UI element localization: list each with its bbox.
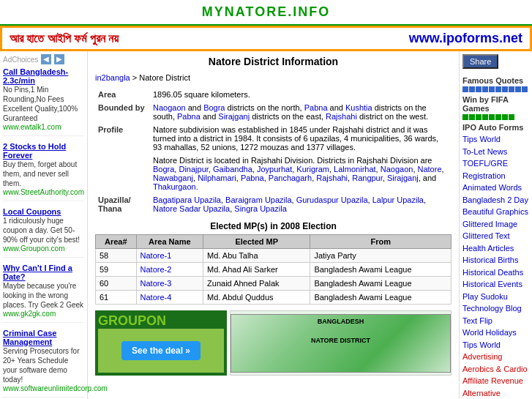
share-button[interactable]: Share: [462, 54, 498, 69]
election-row: 61 Natore-4 Md. Abdul Quddus Bangladesh …: [96, 291, 452, 305]
upazilla-4[interactable]: Lalpur Upazila: [372, 195, 424, 204]
sidebar-link-item[interactable]: World Holidays: [462, 327, 529, 339]
div-joypurhat[interactable]: Joypurhat: [257, 165, 292, 174]
div-natore[interactable]: Natore: [418, 165, 442, 174]
map-district-label: NATORE DISTRICT: [311, 337, 370, 344]
ad-3-url: www.Groupon.com: [3, 245, 84, 253]
div-naogaon[interactable]: Naogaon: [381, 165, 413, 174]
breadcrumb: in2bangla > Natore District: [95, 73, 452, 82]
election-row: 60 Natore-3 Zunaid Ahned Palak Banglades…: [96, 277, 452, 291]
info-table: Area 1896.05 square kilometers. Bounded …: [95, 88, 452, 215]
ad-4-url: www.gk2gk.com: [3, 310, 84, 318]
upazilla-6[interactable]: Singra Upazila: [234, 204, 287, 213]
deal-button[interactable]: See the deal »: [121, 341, 201, 360]
main-content: Natore District Information in2bangla > …: [88, 51, 459, 399]
div-nilphamari[interactable]: Nilphamari: [198, 174, 236, 182]
cell-area-name[interactable]: Natore-4: [136, 291, 203, 305]
sidebar-link-item[interactable]: Tips World: [462, 133, 529, 146]
bounded-naogaon[interactable]: Naogaon: [153, 103, 186, 112]
bottom-row: GROUPON See the deal » Natore Map BANGLA…: [95, 310, 452, 376]
breadcrumb-link[interactable]: in2bangla: [95, 73, 130, 82]
site-title-link[interactable]: MYNATORE.INFO: [202, 4, 330, 19]
cell-area-name[interactable]: Natore-3: [136, 277, 203, 291]
sidebar-link-item[interactable]: Historical Births: [462, 254, 529, 266]
cell-area-num: 60: [96, 277, 137, 291]
sidebar-link-item[interactable]: Tips World: [462, 339, 529, 351]
div-nawabganj[interactable]: Nawabganj: [153, 174, 193, 182]
div-rajshahi[interactable]: Rajshahi: [316, 174, 348, 182]
upazilla-row: Upazilla/ Thana Bagatipara Upazila, Bara…: [95, 193, 452, 215]
sidebar-link-item[interactable]: Historical Events: [462, 278, 529, 291]
win-fifa-blocks: [462, 114, 529, 120]
upazilla-5[interactable]: Natore Sadar Upazila: [153, 204, 230, 213]
col-from: From: [310, 235, 452, 249]
ad-4-title[interactable]: Why Can't I Find a Date?: [3, 264, 84, 281]
bounded-sirajganj[interactable]: Sirajganj: [218, 112, 250, 121]
ad-next-arrow[interactable]: ▶: [54, 54, 64, 64]
sidebar-link-item[interactable]: Health Articles: [462, 242, 529, 255]
upazilla-1[interactable]: Bagatipara Upazila: [153, 195, 221, 204]
cell-area-name[interactable]: Natore-1: [136, 249, 203, 263]
div-panchagarh[interactable]: Panchagarh: [269, 174, 312, 182]
ad-choices-label: AdChoices ◀ ▶: [3, 54, 84, 64]
groupon-logo: GROUPON: [98, 313, 224, 329]
sidebar-link-item[interactable]: To-Let News: [462, 146, 529, 158]
div-kurigram[interactable]: Kurigram: [296, 165, 329, 174]
sidebar-red-link-item[interactable]: Alternative Medicine: [462, 387, 529, 400]
bounded-rajshahi[interactable]: Rajshahi: [326, 112, 357, 121]
div-pabna[interactable]: Pabna: [241, 174, 264, 182]
div-lalmonirhat[interactable]: Lalmonirhat: [334, 165, 375, 174]
sidebar-link-item[interactable]: Bangladesh 2 Day: [462, 194, 529, 206]
bounded-pabna[interactable]: Pabna: [304, 103, 328, 112]
cell-mp: Md. Ahad Ali Sarker: [203, 263, 310, 277]
div-gaibandha[interactable]: Gaibandha: [213, 165, 252, 174]
ad-prev-arrow[interactable]: ◀: [41, 54, 51, 64]
div-rangpur[interactable]: Rangpur: [352, 174, 383, 182]
col-area-num: Area#: [96, 235, 137, 249]
sidebar-link-item[interactable]: Play Sudoku: [462, 291, 529, 303]
sidebar-link-item[interactable]: Technology Blog: [462, 302, 529, 315]
upazilla-3[interactable]: Gurudaspur Upazila: [296, 195, 368, 204]
banner-bangla-text: আর হাতে আইপি ফর্ম পুরন নয়: [10, 32, 119, 45]
sidebar-link-item[interactable]: Animated Words: [462, 182, 529, 194]
banner-url[interactable]: www.ipoforms.net: [409, 31, 522, 46]
sidebar-red-links: AdvertisingAerobics & CardioAffiliate Re…: [462, 351, 529, 399]
div-sirajganj[interactable]: Sirajganj: [387, 174, 419, 182]
ad-3-text: 1 ridiculously huge coupon a day. Get 50…: [3, 216, 84, 245]
ad-5-title[interactable]: Criminal Case Management: [3, 329, 84, 346]
div-bogra[interactable]: Bogra: [153, 165, 174, 174]
sidebar-link-item[interactable]: Glittered Text: [462, 230, 529, 242]
ad-1-url: www.ewtalk1.com: [3, 123, 84, 131]
col-area-name: Area Name: [136, 235, 203, 249]
div-dinajpur[interactable]: Dinajpur: [179, 165, 208, 174]
ad-block-4: Why Can't I Find a Date? Maybe because y…: [3, 264, 84, 323]
cell-area-name[interactable]: Natore-2: [136, 263, 203, 277]
sidebar-red-link-item[interactable]: Advertising: [462, 351, 529, 363]
ad-3-title[interactable]: Local Coupons: [3, 207, 84, 216]
ad-2-title[interactable]: 2 Stocks to Hold Forever: [3, 142, 84, 160]
cell-mp: Md. Abu Talha: [203, 249, 310, 263]
sidebar-link-item[interactable]: Historical Deaths: [462, 266, 529, 279]
sidebar-link-item[interactable]: Beautiful Graphics: [462, 206, 529, 218]
div-thakurgaon[interactable]: Thakurgaon: [153, 182, 196, 191]
bounded-pabna2[interactable]: Pabna: [177, 112, 201, 121]
ad-1-title[interactable]: Call Bangladesh- 2.3c/min: [3, 67, 84, 85]
sidebar-red-link-item[interactable]: Affiliate Revenue: [462, 375, 529, 387]
sidebar-link-item[interactable]: TOEFL/GRE Registration: [462, 157, 529, 182]
cell-mp: Zunaid Ahned Palak: [203, 277, 310, 291]
election-title: Elected MP(s) in 2008 Election: [95, 221, 452, 231]
right-sidebar: Share Famous Quotes Win by FIFA Games IP…: [459, 51, 532, 399]
bounded-bogra[interactable]: Bogra: [203, 103, 225, 112]
upazilla-2[interactable]: Baraigram Upazila: [225, 195, 291, 204]
profile-content: Natore subdivision was established in 18…: [150, 123, 452, 193]
cell-from: Bangladesh Awami League: [310, 277, 452, 291]
bounded-kushtia[interactable]: Kushtia: [345, 103, 372, 112]
sidebar-red-link-item[interactable]: Aerobics & Cardio: [462, 363, 529, 376]
sidebar-link-item[interactable]: Text Flip: [462, 315, 529, 327]
sidebar-link-item[interactable]: Glittered Image: [462, 218, 529, 231]
ad-2-text: Buy them, forget about them, and never s…: [3, 160, 84, 188]
sidebar-links: Tips WorldTo-Let NewsTOEFL/GRE Registrat…: [462, 133, 529, 351]
cell-area-num: 58: [96, 249, 137, 263]
groupon-inner: See the deal »: [98, 329, 224, 373]
ad-block-5: Criminal Case Management Serving Prosecu…: [3, 329, 84, 398]
